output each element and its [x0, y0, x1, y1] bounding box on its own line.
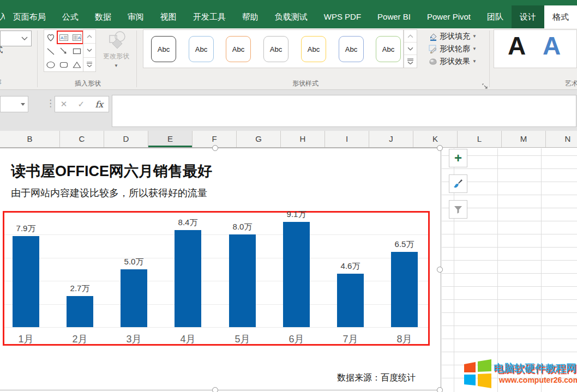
- column-header-row: BCDEFGHIJKLMN: [0, 131, 577, 148]
- shape-heart[interactable]: [44, 31, 57, 44]
- wordart-style-1[interactable]: A: [508, 31, 526, 61]
- chevron-down-icon: ▼: [472, 59, 477, 64]
- selection-handle-top[interactable]: [212, 145, 218, 151]
- shape-style-thumbnail-7[interactable]: Abc: [376, 36, 401, 62]
- tab-视图[interactable]: 视图: [152, 5, 185, 28]
- current-selection-group-label-partial: 容: [0, 78, 2, 87]
- shape-styles-group-label: 形状样式: [164, 79, 447, 88]
- shape-style-thumbnail-5[interactable]: Abc: [301, 36, 326, 62]
- formula-strip: ⋮ ✕ ✓ fx: [0, 90, 577, 131]
- wordart-style-2[interactable]: A: [543, 31, 561, 61]
- chart-filters-button[interactable]: [449, 200, 467, 219]
- excel-window: 插入页面布局公式数据审阅视图开发工具帮助负载测试WPS PDFPower BIP…: [0, 0, 577, 392]
- tab-审阅[interactable]: 审阅: [119, 5, 152, 28]
- tab-Power BI[interactable]: Power BI: [369, 5, 419, 28]
- shapes-gallery-more[interactable]: [83, 58, 95, 71]
- selection-handle-bottom[interactable]: [212, 387, 218, 392]
- styles-scroll-down[interactable]: [404, 43, 417, 55]
- chart-selection-border-bottom: [0, 390, 441, 390]
- shapes-scroll-down[interactable]: [83, 44, 95, 57]
- styles-scroll-up[interactable]: [404, 30, 417, 43]
- chart-styles-button[interactable]: [449, 174, 467, 193]
- shape-rectangle[interactable]: [70, 44, 83, 58]
- column-header-H[interactable]: H: [281, 131, 325, 147]
- tab-开发工具[interactable]: 开发工具: [185, 5, 234, 28]
- chevron-up-icon: [407, 34, 413, 38]
- column-header-L[interactable]: L: [458, 131, 502, 147]
- shape-style-thumbnail-1[interactable]: Abc: [151, 36, 176, 62]
- tab-WPS PDF[interactable]: WPS PDF: [316, 5, 369, 28]
- shape-fill-button[interactable]: 形状填充 ▼: [429, 31, 485, 42]
- insert-shapes-gallery: A A: [44, 29, 96, 72]
- tab-格式[interactable]: 格式: [544, 5, 577, 28]
- wordart-group-label: 艺术字样式: [565, 79, 577, 88]
- tab-团队[interactable]: 团队: [479, 5, 512, 28]
- formula-bar-input[interactable]: [112, 95, 576, 127]
- category-label-7月: 7月: [332, 333, 370, 346]
- column-header-I[interactable]: I: [325, 131, 369, 147]
- shape-triangle[interactable]: [70, 58, 83, 71]
- column-header-D[interactable]: D: [104, 131, 148, 147]
- data-label-7月: 4.6万: [332, 261, 370, 272]
- enter-icon[interactable]: ✓: [78, 99, 85, 109]
- data-label-4月: 8.4万: [169, 218, 207, 228]
- formula-bar-drag-handle[interactable]: ⋮: [46, 98, 54, 109]
- tab-Power Pivot[interactable]: Power Pivot: [419, 5, 479, 28]
- shape-effects-label: 形状效果: [440, 57, 470, 67]
- data-label-5月: 8.0万: [224, 222, 262, 232]
- selection-handle-bottom-right[interactable]: [437, 387, 443, 392]
- change-shape-label: 更改形状: [99, 52, 133, 61]
- triangle-icon: [72, 60, 82, 70]
- chart-selection-border-top: [0, 148, 441, 148]
- selection-handle-right[interactable]: [437, 267, 443, 273]
- change-shape-button[interactable]: 更改形状 ▼: [99, 31, 133, 77]
- column-header-N[interactable]: N: [546, 131, 577, 147]
- tab-数据[interactable]: 数据: [87, 5, 119, 28]
- shape-style-thumbnail-3[interactable]: Abc: [226, 36, 251, 62]
- column-header-E[interactable]: E: [148, 131, 193, 147]
- tab-插入[interactable]: 插入: [0, 5, 5, 28]
- shapes-scroll-up[interactable]: [83, 30, 95, 44]
- paint-bucket-icon: [429, 32, 437, 41]
- shape-effects-button[interactable]: 形状效果 ▼: [429, 56, 485, 67]
- insert-function-icon[interactable]: fx: [95, 99, 103, 110]
- chart-elements-button[interactable]: +: [449, 149, 467, 167]
- chevron-down-icon: ▼: [114, 63, 118, 68]
- reset-to-match-style-partial[interactable]: 式: [0, 45, 3, 55]
- column-header-J[interactable]: J: [369, 131, 413, 147]
- shape-rounded-rectangle[interactable]: [57, 58, 70, 71]
- shape-style-thumbnail-4[interactable]: Abc: [263, 36, 288, 62]
- shape-style-thumbnail-2[interactable]: Abc: [189, 36, 214, 62]
- shape-line[interactable]: [44, 44, 57, 58]
- styles-gallery-more[interactable]: [404, 55, 417, 68]
- tab-设计[interactable]: 设计: [512, 5, 544, 28]
- cancel-icon[interactable]: ✕: [61, 99, 68, 109]
- data-label-2月: 2.7万: [61, 284, 99, 294]
- name-box[interactable]: [0, 96, 28, 112]
- shape-outline-button[interactable]: 形状轮廓 ▼: [429, 43, 485, 55]
- column-header-K[interactable]: K: [413, 131, 458, 147]
- line-icon: [46, 46, 56, 56]
- column-header-C[interactable]: C: [60, 131, 104, 147]
- tab-帮助[interactable]: 帮助: [234, 5, 267, 28]
- shape-oval[interactable]: [44, 58, 57, 71]
- heart-icon: [46, 33, 56, 43]
- column-header-M[interactable]: M: [502, 131, 546, 147]
- shape-style-thumbnail-6[interactable]: Abc: [339, 36, 364, 62]
- oval-icon: [46, 60, 56, 70]
- plus-icon: +: [454, 152, 462, 165]
- group-separator: [136, 31, 137, 87]
- wordart-gallery: AA: [494, 29, 577, 68]
- gallery-more-icon: [87, 62, 92, 67]
- column-header-B[interactable]: B: [0, 131, 60, 147]
- data-source-note[interactable]: 数据来源：百度统计: [337, 372, 416, 384]
- chart-element-selector-dropdown[interactable]: [0, 31, 32, 46]
- selection-handle-top-right[interactable]: [437, 145, 443, 151]
- tab-页面布局[interactable]: 页面布局: [5, 5, 54, 28]
- column-header-G[interactable]: G: [237, 131, 281, 147]
- shape-arrow[interactable]: [57, 44, 70, 58]
- category-label-1月: 1月: [7, 333, 45, 346]
- chevron-up-icon: [87, 35, 92, 38]
- tab-公式[interactable]: 公式: [54, 5, 87, 28]
- tab-负载测试[interactable]: 负载测试: [267, 5, 316, 28]
